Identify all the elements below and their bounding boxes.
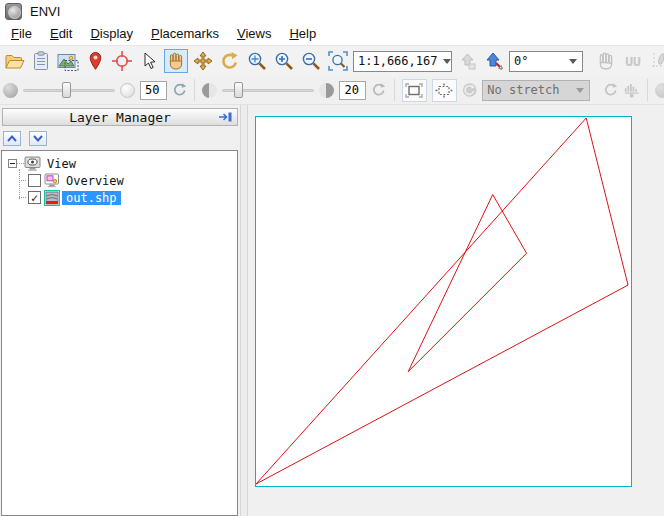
contrast-slider-thumb[interactable] [234, 82, 243, 98]
magnifier-pan-icon [246, 50, 268, 72]
image-view-area [248, 105, 664, 516]
tree-connector [19, 197, 26, 198]
rotate-view-button[interactable] [218, 49, 242, 73]
placemark-pin-icon [88, 51, 103, 71]
menu-edit[interactable]: Edit [41, 22, 81, 45]
contrast-low-icon [202, 83, 217, 98]
magnifier-minus-icon [300, 50, 322, 72]
vector-select-button[interactable] [594, 49, 618, 73]
brightness-slider[interactable] [23, 81, 115, 99]
fixed-zoom-button[interactable] [326, 49, 350, 73]
clipped-sphere-icon [655, 83, 664, 98]
layer-manager-header[interactable]: Layer Manager [2, 108, 238, 126]
data-manager-button[interactable] [29, 49, 53, 73]
map-canvas[interactable] [255, 116, 632, 487]
overview-layer-icon [44, 173, 60, 188]
vertex-edit-icon: UU [625, 54, 641, 69]
menu-help[interactable]: Help [280, 22, 325, 45]
tree-row-overview[interactable]: Overview [19, 172, 237, 189]
pan-button[interactable] [164, 49, 188, 73]
separator [647, 79, 648, 101]
contrast-high-icon [319, 83, 334, 98]
separator [194, 79, 195, 101]
crosshair-button[interactable] [110, 49, 134, 73]
overview-checkbox[interactable] [28, 174, 41, 187]
stretch-full-extent-button[interactable] [402, 79, 427, 102]
open-folder-icon [4, 52, 25, 71]
placemark-button[interactable] [83, 49, 107, 73]
zoom-ratio-value: 1:1,666,167 [358, 54, 437, 68]
stretch-type-combo[interactable]: No stretch [482, 80, 590, 101]
vertex-edit-button[interactable]: UU [621, 49, 645, 73]
rotation-value: 0° [514, 54, 528, 68]
tree-row-view[interactable]: View [8, 155, 237, 172]
chevron-down-icon [576, 88, 584, 93]
open-file-button[interactable] [2, 49, 26, 73]
brightness-reset-icon[interactable] [172, 81, 187, 99]
contrast-reset-icon[interactable] [371, 81, 386, 99]
view-children: Overview out.shp [19, 172, 237, 206]
stretch-type-value: No stretch [487, 83, 559, 97]
display-toolbar: No stretch [0, 76, 664, 105]
menu-bar: File Edit Display Placemarks Views Help [0, 22, 664, 45]
window-title: ENVI [30, 4, 60, 19]
north-arrow-icon [484, 51, 504, 71]
contrast-slider[interactable] [222, 81, 314, 99]
shapefile-layer-label[interactable]: out.shp [62, 191, 121, 205]
menu-placemarks[interactable]: Placemarks [142, 22, 228, 45]
brightness-input[interactable] [140, 81, 167, 100]
view-extent-icon [435, 83, 453, 98]
separator [394, 79, 395, 101]
fly-button[interactable] [191, 49, 215, 73]
magnifier-bracket-icon [327, 50, 349, 72]
menu-views[interactable]: Views [228, 22, 280, 45]
menu-file[interactable]: File [2, 22, 41, 45]
contrast-input[interactable] [339, 81, 366, 100]
view-monitor-icon [24, 156, 41, 171]
crosshair-icon [111, 50, 133, 72]
zoom-window-button[interactable] [245, 49, 269, 73]
annotation-button[interactable] [648, 49, 664, 73]
move-layer-up-button[interactable] [3, 131, 21, 146]
panel-splitter[interactable] [240, 105, 248, 516]
orient-north-button[interactable] [482, 49, 506, 73]
tree-connector [19, 180, 26, 181]
chevron-down-icon [569, 59, 577, 64]
hand-outline-icon [596, 51, 616, 71]
rotate-icon [220, 51, 240, 71]
collapse-expander-icon[interactable] [8, 159, 17, 168]
title-bar: ENVI [0, 0, 664, 22]
view-node-label[interactable]: View [43, 157, 80, 171]
zoom-in-button[interactable] [272, 49, 296, 73]
tree-row-outshp[interactable]: out.shp [19, 189, 237, 206]
chevron-down-icon [32, 134, 44, 143]
zoom-out-button[interactable] [299, 49, 323, 73]
main-toolbar: 1:1,666,167 0° UU [0, 45, 664, 76]
histogram-stretch-icon [624, 82, 640, 99]
pen-annotation-icon [650, 51, 664, 71]
dock-panel-button[interactable] [216, 111, 234, 123]
vector-layer [256, 117, 631, 486]
menu-display[interactable]: Display [81, 22, 142, 45]
stretch-view-extent-button[interactable] [432, 79, 457, 102]
outshp-checkbox[interactable] [28, 191, 41, 204]
move-layer-down-button[interactable] [29, 131, 47, 146]
overview-layer-label[interactable]: Overview [62, 174, 128, 188]
layer-manager-panel: Layer Manager [0, 105, 240, 516]
zoom-to-full-extent-button[interactable] [455, 49, 479, 73]
brightness-slider-thumb[interactable] [62, 82, 71, 98]
app-logo-icon [5, 3, 22, 20]
cursor-arrow-icon [142, 52, 156, 70]
chip-view-button[interactable] [56, 49, 80, 73]
auto-stretch-icon [462, 81, 477, 99]
four-way-arrows-icon [193, 51, 213, 71]
pan-hand-icon [166, 51, 186, 71]
chevron-down-icon [443, 59, 451, 64]
clipboard-icon [32, 51, 50, 71]
tree-connector [17, 163, 24, 164]
layer-order-buttons [3, 131, 47, 146]
select-button[interactable] [137, 49, 161, 73]
rotation-combo[interactable]: 0° [509, 51, 583, 72]
zoom-ratio-combo[interactable]: 1:1,666,167 [353, 51, 452, 72]
layer-tree: View Overview [1, 150, 238, 516]
